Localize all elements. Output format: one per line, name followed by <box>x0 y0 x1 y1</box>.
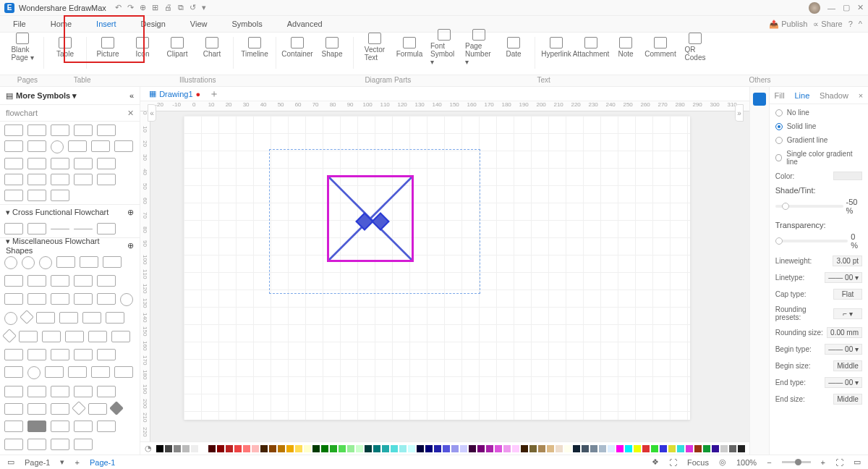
shape-thumb[interactable] <box>4 386 23 397</box>
shape-thumb[interactable] <box>68 140 87 152</box>
shape-thumb[interactable] <box>82 312 101 324</box>
color-swatch[interactable] <box>538 445 545 452</box>
shape-thumb[interactable] <box>97 386 116 397</box>
shape-thumb[interactable] <box>65 331 84 342</box>
shape-thumb[interactable] <box>4 421 23 432</box>
shape-thumb[interactable] <box>36 312 55 324</box>
color-swatch[interactable] <box>339 445 346 452</box>
shape-thumb[interactable] <box>51 349 69 360</box>
menu-design[interactable]: Design <box>141 20 166 28</box>
color-swatch[interactable] <box>625 445 632 452</box>
clipart-button[interactable]: Clipart <box>163 37 191 58</box>
prev-page-button[interactable]: ▾ <box>60 457 64 467</box>
shape-thumb[interactable] <box>4 190 23 201</box>
shape-thumb[interactable] <box>51 275 69 287</box>
page-number-button[interactable]: PageNumber ▾ <box>465 29 493 66</box>
eyedropper-icon[interactable]: ◔ <box>145 444 152 453</box>
shape-thumb[interactable] <box>91 140 110 152</box>
color-swatch[interactable] <box>365 445 372 452</box>
shape-thumb[interactable] <box>51 293 69 305</box>
presentation-icon[interactable]: ▭ <box>854 457 861 467</box>
vector-text-button[interactable]: VectorText <box>361 33 388 62</box>
note-button[interactable]: Note <box>612 37 639 58</box>
shape-thumb[interactable] <box>27 124 46 136</box>
shape-thumb[interactable] <box>27 174 46 185</box>
shape-thumb[interactable] <box>4 223 23 234</box>
shape-thumb[interactable] <box>74 275 93 287</box>
end-type-select[interactable]: —— 00 ▾ <box>825 377 862 388</box>
color-swatch[interactable] <box>260 445 268 452</box>
color-swatch[interactable] <box>556 445 563 452</box>
container-button[interactable]: Container <box>284 37 311 58</box>
color-swatch[interactable] <box>330 445 337 452</box>
collapse-left-icon[interactable]: « <box>129 91 134 100</box>
menu-file[interactable]: File <box>13 20 26 28</box>
font-symbol-button[interactable]: FontSymbol ▾ <box>430 29 458 66</box>
undo-icon[interactable]: ↶ <box>115 3 122 12</box>
shape-thumb[interactable] <box>27 275 46 287</box>
shape-thumb[interactable] <box>97 275 116 287</box>
shade-slider[interactable] <box>775 205 843 208</box>
shape-thumb[interactable] <box>20 310 34 324</box>
color-swatch[interactable] <box>417 445 424 452</box>
color-swatch[interactable] <box>608 445 615 452</box>
begin-size-select[interactable]: Middle <box>833 360 862 371</box>
collapse-ribbon-icon[interactable]: ^ <box>859 20 862 28</box>
shade-value[interactable]: -50 % <box>846 198 862 215</box>
table-button[interactable]: Table <box>51 37 79 58</box>
shape-thumb[interactable] <box>4 158 23 169</box>
shape-thumb[interactable] <box>51 124 69 136</box>
color-swatch[interactable] <box>582 445 589 452</box>
qr-codes-button[interactable]: QRCodes <box>681 33 709 62</box>
layers-icon[interactable]: ❖ <box>652 457 659 467</box>
color-swatch[interactable] <box>200 445 207 452</box>
hyperlink-button[interactable]: Hyperlink <box>542 37 570 58</box>
color-swatch[interactable] <box>521 445 528 452</box>
color-swatch[interactable] <box>286 445 294 452</box>
shape-thumb[interactable] <box>4 256 17 269</box>
user-avatar[interactable] <box>809 2 820 14</box>
page-link[interactable]: Page-1 <box>90 458 115 467</box>
search-input[interactable]: flowchart <box>6 109 38 117</box>
zoom-value[interactable]: 100% <box>736 458 757 467</box>
color-swatch[interactable] <box>443 445 450 452</box>
blank-page-button[interactable]: BlankPage ▾ <box>9 33 36 62</box>
shape-thumb[interactable] <box>97 349 116 360</box>
color-swatch[interactable] <box>599 445 606 452</box>
shape-thumb[interactable] <box>4 124 23 136</box>
shape-thumb[interactable] <box>51 158 69 169</box>
zoom-in-button[interactable]: + <box>821 458 825 467</box>
color-swatch[interactable] <box>738 445 745 452</box>
color-swatch[interactable] <box>391 445 398 452</box>
color-swatch[interactable] <box>451 445 459 452</box>
linetype-select[interactable]: —— 00 ▾ <box>825 272 862 283</box>
shape-thumb[interactable] <box>97 223 116 234</box>
color-swatch[interactable] <box>486 445 493 452</box>
shape-button[interactable]: Shape <box>318 37 346 58</box>
radio-no-line[interactable]: No line <box>775 109 862 117</box>
shape-thumb[interactable] <box>109 401 124 415</box>
shape-thumb[interactable] <box>45 366 64 378</box>
shape-thumb[interactable] <box>56 256 75 268</box>
shape-thumb[interactable] <box>4 439 23 450</box>
timeline-button[interactable]: Timeline <box>241 37 268 58</box>
begin-type-select[interactable]: —— 00 ▾ <box>825 344 862 355</box>
color-swatch[interactable] <box>642 445 650 452</box>
color-swatch[interactable] <box>295 445 302 452</box>
color-swatch[interactable] <box>278 445 285 452</box>
focus-label[interactable]: Focus <box>687 458 709 467</box>
add-section-icon[interactable]: ⊕ <box>127 208 134 217</box>
shape-thumb[interactable] <box>74 158 93 169</box>
shape-thumb[interactable] <box>106 312 124 324</box>
tab-shadow[interactable]: Shadow <box>820 91 848 100</box>
shape-thumb[interactable] <box>97 421 116 432</box>
shape-thumb[interactable] <box>97 293 116 305</box>
more-symbols-label[interactable]: More Symbols ▾ <box>16 91 77 101</box>
shape-thumb[interactable] <box>51 439 69 450</box>
color-swatch[interactable] <box>191 445 198 452</box>
shape-thumb[interactable] <box>27 439 46 450</box>
color-swatch[interactable] <box>503 445 511 452</box>
collapse-left-tab[interactable]: « <box>148 104 156 122</box>
plus-icon[interactable]: ⊕ <box>140 3 146 12</box>
shape-thumb[interactable] <box>74 421 93 432</box>
